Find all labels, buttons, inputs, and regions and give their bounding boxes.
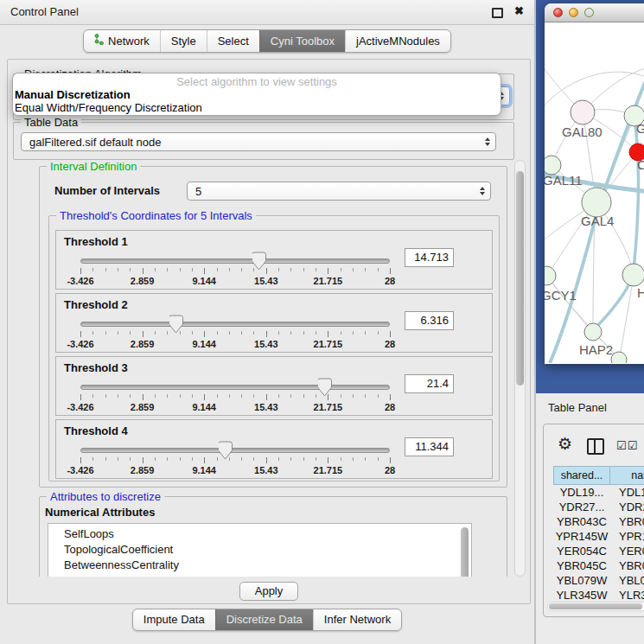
table-row[interactable]: YBR045CYBR0 — [553, 558, 644, 573]
slider-ticks — [80, 331, 390, 338]
apply-button[interactable]: Apply — [239, 582, 298, 601]
cell[interactable]: YER0 — [610, 544, 644, 558]
zoom-traffic-light-icon[interactable] — [584, 8, 594, 17]
table-row[interactable]: YPR145WYPR1 — [553, 529, 644, 544]
cell[interactable]: YPR145W — [553, 529, 610, 544]
cell[interactable]: YDR27... — [553, 500, 610, 514]
slider-track[interactable] — [80, 385, 390, 390]
table-data-select[interactable]: galFiltered.sif default node — [21, 132, 496, 151]
node-label-gcy1: GCY1 — [545, 288, 577, 303]
slider-track[interactable] — [80, 448, 390, 453]
node-h[interactable] — [622, 264, 644, 286]
node-gal11[interactable] — [545, 156, 561, 175]
tick-label: 2.859 — [131, 402, 155, 412]
tab-jactivemnodules[interactable]: jActiveMNodules — [345, 30, 450, 52]
cell[interactable]: YBR043C — [553, 514, 610, 529]
table-row[interactable]: YDL19...YDL1 — [553, 485, 644, 500]
column-header-name[interactable]: name — [609, 466, 644, 485]
scrollbar-thumb[interactable] — [516, 171, 524, 386]
cell[interactable]: YLR3 — [610, 588, 644, 603]
threshold-4-slider[interactable]: -3.426 2.859 9.144 15.43 21.715 28 — [80, 441, 390, 475]
tick-label: 21.715 — [314, 465, 343, 475]
list-item-topologicalcoefficient[interactable]: TopologicalCoefficient — [48, 542, 471, 558]
slider-ticks — [80, 457, 390, 464]
tab-discretize-data[interactable]: Discretize Data — [215, 609, 313, 630]
node-hap2[interactable] — [584, 323, 602, 341]
dropdown-item-equal-width[interactable]: Equal Width/Frequency Discretization — [13, 101, 501, 114]
tab-network[interactable]: Network — [84, 30, 160, 52]
scrollbar-thumb[interactable] — [549, 603, 642, 609]
table-row[interactable]: YDR27...YDR2 — [553, 500, 644, 514]
tab-impute-data[interactable]: Impute Data — [133, 609, 215, 630]
threshold-2-slider[interactable]: -3.426 2.859 9.144 15.43 21.715 28 — [80, 315, 390, 349]
threshold-2-title: Threshold 2 — [64, 298, 128, 311]
tick-label: 28 — [385, 276, 395, 286]
tick-label: 21.715 — [314, 339, 343, 349]
tick-label: 2.859 — [131, 465, 155, 475]
close-icon[interactable]: ✖ — [514, 4, 524, 17]
table-row[interactable]: YBL079WYBL0 — [553, 573, 644, 588]
tab-style-label: Style — [171, 35, 196, 48]
node-bottom[interactable] — [611, 352, 627, 363]
network-canvas[interactable]: GAL80 GA C GAL11 GAL4 GCY1 H HAP2 — [545, 22, 644, 363]
gear-icon[interactable]: ⚙ — [558, 434, 572, 454]
minimize-traffic-light-icon[interactable] — [569, 8, 578, 17]
node-label-gal80: GAL80 — [562, 124, 603, 139]
tick-label: 9.144 — [192, 339, 216, 349]
tab-style[interactable]: Style — [160, 30, 207, 52]
close-traffic-light-icon[interactable] — [553, 8, 563, 17]
threshold-3-slider[interactable]: -3.426 2.859 9.144 15.43 21.715 28 — [80, 378, 390, 412]
node-gal4[interactable] — [582, 188, 611, 217]
tab-infer-network[interactable]: Infer Network — [313, 609, 401, 630]
cell[interactable]: YLR345W — [553, 588, 610, 603]
tab-cyni-toolbox[interactable]: Cyni Toolbox — [259, 30, 345, 52]
cell[interactable]: YPR1 — [610, 529, 644, 544]
cell[interactable]: YBL079W — [553, 573, 610, 588]
column-header-shared-name[interactable]: shared... — [553, 466, 610, 485]
tab-discretize-label: Discretize Data — [226, 613, 303, 626]
threshold-1-title: Threshold 1 — [64, 235, 128, 248]
table-panel: ⚙ ☑☑ shared... name YDL19...YDL1 YDR27..… — [543, 424, 644, 617]
float-window-icon[interactable] — [492, 8, 503, 18]
table-header-row: shared... name — [553, 466, 644, 485]
node-gcy1[interactable] — [545, 266, 556, 285]
table-panel-title: Table Panel — [548, 401, 607, 414]
combo-arrows-icon — [480, 187, 485, 195]
slider-track[interactable] — [80, 258, 390, 264]
threshold-1-value-field[interactable]: 14.713 — [405, 248, 454, 267]
node-gal80[interactable] — [571, 100, 595, 124]
interval-definition-label: Interval Definition — [47, 160, 140, 173]
control-panel-titlebar: Control Panel ✖ — [0, 0, 534, 25]
cell[interactable]: YDL1 — [610, 485, 644, 500]
tab-select[interactable]: Select — [207, 30, 259, 52]
table-horizontal-scrollbar[interactable] — [547, 602, 644, 611]
numerical-attributes-label: Numerical Attributes — [45, 506, 155, 519]
slider-ticks — [80, 268, 390, 275]
cell[interactable]: YDL19... — [553, 485, 610, 500]
number-of-intervals-label: Number of Intervals — [54, 184, 160, 197]
table-row[interactable]: YLR345WYLR3 — [553, 588, 644, 603]
settings-vertical-scrollbar[interactable] — [514, 160, 526, 577]
table-row[interactable]: YBR043CYBR0 — [553, 514, 644, 529]
dropdown-item-manual[interactable]: Manual Discretization — [13, 88, 501, 101]
slider-track[interactable] — [80, 322, 390, 327]
threshold-list: Threshold 1 -3.426 2.859 — [49, 216, 499, 479]
threshold-4-value-field[interactable]: 11.344 — [405, 437, 454, 456]
threshold-2-value-field[interactable]: 6.316 — [405, 311, 454, 330]
cell[interactable]: YBR045C — [553, 558, 610, 573]
number-of-intervals-select[interactable]: 5 — [187, 182, 491, 201]
list-item-betweennesscentrality[interactable]: BetweennessCentrality — [48, 558, 471, 573]
threshold-3-value-field[interactable]: 21.4 — [405, 374, 454, 393]
node-label-hap2: HAP2 — [579, 342, 613, 357]
cell[interactable]: YBR0 — [610, 558, 644, 573]
split-column-icon[interactable] — [587, 438, 604, 455]
table-row[interactable]: YER054CYER0 — [553, 544, 644, 558]
cell[interactable]: YBL0 — [610, 573, 644, 588]
cell[interactable]: YDR2 — [610, 500, 644, 514]
cell[interactable]: YBR0 — [610, 514, 644, 529]
cell[interactable]: YER054C — [553, 544, 610, 558]
attributes-scrollbar[interactable] — [460, 526, 469, 577]
select-columns-checkbox-icons[interactable]: ☑☑ — [616, 439, 638, 452]
list-item-selfloops[interactable]: SelfLoops — [48, 524, 471, 542]
threshold-1-slider[interactable]: -3.426 2.859 9.144 15.43 21.715 28 — [80, 252, 390, 286]
